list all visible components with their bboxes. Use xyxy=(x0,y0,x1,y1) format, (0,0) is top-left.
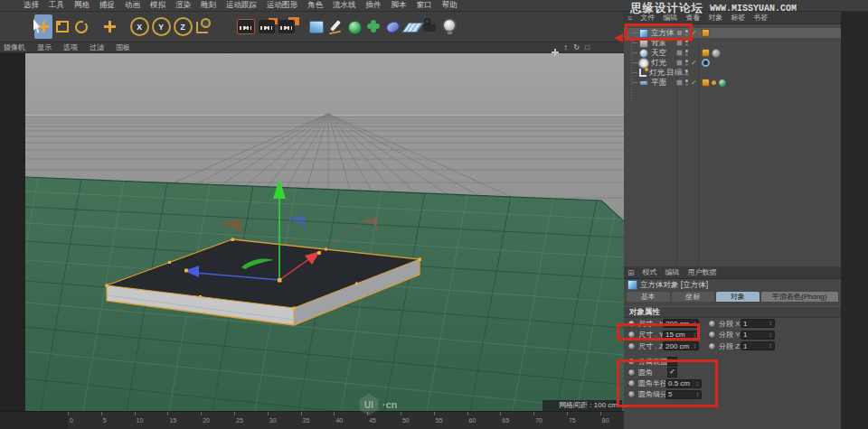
camera-icon[interactable] xyxy=(421,14,439,39)
menu-item[interactable]: 角色 xyxy=(307,0,323,11)
keyframe-radio-icon[interactable] xyxy=(708,342,716,350)
toolbar-separator[interactable] xyxy=(298,14,307,39)
cube-primitive-icon[interactable] xyxy=(307,14,326,39)
viewport-menu-item[interactable]: 选项 xyxy=(63,42,78,52)
attribute-title-row: 立方体对象 [立方体] xyxy=(624,279,841,291)
menu-item[interactable]: 流水线 xyxy=(333,0,356,11)
timeline[interactable]: 0510152025303540455055606570758085 xyxy=(0,411,624,429)
object-row[interactable]: 灯光.目标.1 ✓ xyxy=(624,68,841,78)
attribute-menu-item[interactable]: 用户数据 xyxy=(688,267,717,277)
menu-item[interactable]: 渲染 xyxy=(175,0,191,11)
object-name[interactable]: 平面 xyxy=(651,78,666,89)
x-axis-icon[interactable]: X xyxy=(130,17,149,36)
enable-check-icon[interactable]: ✓ xyxy=(691,79,697,87)
scale-icon[interactable] xyxy=(53,14,71,39)
render-region-icon[interactable] xyxy=(259,20,275,33)
toolbar-separator[interactable] xyxy=(212,14,236,39)
viewport-menu-item[interactable]: 显示 xyxy=(37,42,52,52)
render-view-icon[interactable] xyxy=(237,19,255,34)
menu-item[interactable]: 选择 xyxy=(24,0,39,11)
timeline-frame-label: 55 xyxy=(434,412,467,429)
annotation-rect-cube-object xyxy=(625,23,693,41)
generator-icon[interactable] xyxy=(345,14,363,39)
layer-swatch-icon[interactable] xyxy=(676,60,683,66)
layer-swatch-icon[interactable] xyxy=(676,40,683,46)
mograph-icon[interactable] xyxy=(364,14,382,39)
attribute-tab[interactable]: 坐标 xyxy=(672,292,715,302)
menu-item[interactable]: 模拟 xyxy=(150,0,165,11)
attribute-tab[interactable]: 对象 xyxy=(716,292,760,302)
viewport-3d[interactable] xyxy=(25,53,624,411)
dimension-input[interactable]: 200 cm xyxy=(663,341,699,350)
orbit-icon[interactable]: ↻ xyxy=(572,43,580,52)
visibility-dots-icon[interactable] xyxy=(685,50,688,56)
maximize-icon[interactable]: □ xyxy=(583,43,591,52)
attribute-tab[interactable]: 基本 xyxy=(627,292,670,302)
panel-menu-icon[interactable] xyxy=(627,268,635,277)
floor-icon[interactable] xyxy=(402,14,420,39)
render-settings-icon[interactable] xyxy=(278,20,295,33)
light-icon[interactable] xyxy=(440,14,458,39)
y-axis-icon[interactable]: Y xyxy=(152,17,171,36)
menu-item[interactable]: 帮助 xyxy=(442,0,458,11)
visibility-dots-icon[interactable] xyxy=(685,40,688,46)
layer-swatch-icon[interactable] xyxy=(676,79,683,86)
main-toolbar: XYZ xyxy=(0,12,624,42)
texture-ball-green[interactable] xyxy=(718,79,727,88)
stepper-icon[interactable] xyxy=(693,342,697,350)
toolbar-separator[interactable] xyxy=(91,14,99,39)
layer-swatch-icon[interactable] xyxy=(676,50,683,56)
keyframe-radio-icon[interactable] xyxy=(708,331,716,339)
texture-tag-orange[interactable] xyxy=(702,49,710,57)
segment-input[interactable]: 1 xyxy=(741,341,775,350)
target-tag[interactable] xyxy=(702,59,710,67)
object-row[interactable]: 灯光 ✓ xyxy=(624,58,841,68)
menu-item[interactable]: 运动跟踪 xyxy=(226,0,257,11)
menu-item[interactable]: 脚本 xyxy=(392,0,407,11)
stepper-icon[interactable] xyxy=(769,331,773,339)
deformer-icon[interactable] xyxy=(383,14,401,39)
axis-lock-icon[interactable] xyxy=(100,14,118,39)
object-row[interactable]: 平面 ✓ xyxy=(624,78,841,88)
keyframe-radio-icon[interactable] xyxy=(708,320,716,328)
menu-item[interactable]: 运动图形 xyxy=(267,0,297,11)
attribute-menu-item[interactable]: 模式 xyxy=(643,267,657,277)
cube-object-icon xyxy=(627,280,637,290)
object-row[interactable]: 天空 ✓ xyxy=(624,48,841,58)
menu-item[interactable]: 工具 xyxy=(49,0,64,11)
keyframe-radio-icon[interactable] xyxy=(627,342,636,350)
viewport-menu-item[interactable]: 摄像机 xyxy=(4,42,25,52)
segment-label: 分段 Z xyxy=(719,341,741,351)
viewport-menu-item[interactable]: 过滤 xyxy=(90,42,104,52)
attribute-tab[interactable]: 平滑着色(Phong) xyxy=(761,292,839,302)
menu-item[interactable]: 雕刻 xyxy=(201,0,216,11)
menu-item[interactable]: 网格 xyxy=(74,0,90,11)
toolbar-separator[interactable] xyxy=(119,14,127,39)
stepper-icon[interactable] xyxy=(769,342,773,350)
texture-tag-orange[interactable] xyxy=(702,29,710,37)
visibility-dots-icon[interactable] xyxy=(685,60,688,66)
viewport-menu-item[interactable]: 面板 xyxy=(116,42,130,52)
enable-check-icon[interactable]: ✓ xyxy=(691,59,697,67)
menu-item[interactable]: 捕捉 xyxy=(99,0,115,11)
visibility-dots-icon[interactable] xyxy=(685,70,688,76)
texture-tag-orange[interactable] xyxy=(702,79,710,87)
dolly-icon[interactable]: ↕ xyxy=(561,43,570,52)
tag-orange-dot[interactable] xyxy=(712,80,716,85)
texture-ball-gray[interactable] xyxy=(712,49,721,58)
menu-item[interactable]: 插件 xyxy=(366,0,382,11)
menu-item[interactable]: 窗口 xyxy=(417,0,432,11)
attribute-menu-item[interactable]: 编辑 xyxy=(665,267,680,277)
coord-system-icon[interactable] xyxy=(193,14,212,39)
menu-item[interactable]: 动画 xyxy=(125,0,140,11)
segment-input[interactable]: 1 xyxy=(741,319,775,328)
visibility-dots-icon[interactable] xyxy=(685,79,688,86)
z-axis-icon[interactable]: Z xyxy=(174,17,193,36)
plane-icon xyxy=(638,80,648,86)
segment-input[interactable]: 1 xyxy=(741,331,775,340)
layer-swatch-icon[interactable] xyxy=(676,70,683,76)
stepper-icon[interactable] xyxy=(769,320,773,327)
spline-pen-icon[interactable] xyxy=(326,14,344,39)
timeline-frame-label: 10 xyxy=(135,412,168,429)
rotate-icon[interactable] xyxy=(72,14,90,39)
